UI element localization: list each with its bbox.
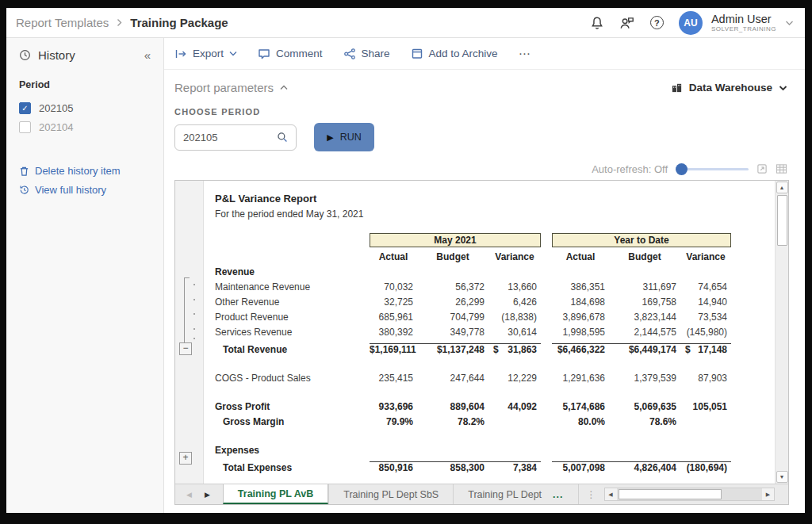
app-window: Report Templates Training Package ? — [6, 8, 805, 513]
add-to-archive-button[interactable]: Add to Archive — [411, 48, 498, 59]
delete-history-item-link[interactable]: Delete history item — [19, 165, 155, 177]
avatar[interactable]: AU — [679, 11, 703, 35]
row-value: 858,300 — [417, 462, 488, 473]
view-full-history-link[interactable]: View full history — [19, 184, 155, 196]
report-row: Gross Margin79.9%78.2%80.0%78.6% — [215, 414, 775, 429]
row-value: (145,980) — [680, 327, 731, 338]
report-row: Maintenance Revenue70,03256,37213,660386… — [215, 279, 775, 294]
column-group-header: Year to Date — [552, 233, 731, 247]
vertical-scroll-thumb[interactable] — [777, 195, 787, 246]
period-checkbox[interactable]: ✓ — [19, 102, 31, 114]
horizontal-scroll-track[interactable] — [617, 488, 762, 500]
column-header: Budget — [417, 251, 488, 262]
sheet-tabs: Training PL AvBTraining PL Dept SbSTrain… — [223, 484, 579, 504]
popout-icon[interactable] — [756, 163, 768, 174]
row-value: 56,372 — [417, 281, 488, 293]
data-source-selector[interactable]: Data Warehouse — [671, 82, 787, 94]
row-label: COGS - Product Sales — [215, 373, 370, 384]
row-label: Maintenance Revenue — [215, 281, 370, 293]
vertical-scrollbar[interactable]: ▲ ▼ — [775, 181, 788, 484]
sheet-tab[interactable]: Training PL AvB — [223, 484, 328, 504]
share-button[interactable]: Share — [343, 48, 390, 60]
user-menu[interactable]: Admin User SOLVER_TRAINING — [711, 13, 776, 33]
row-label: Total Revenue — [215, 344, 370, 355]
row-value: 169,758 — [609, 296, 680, 308]
user-name: Admin User — [711, 13, 776, 26]
report-row: Total Revenue$1,169,111$1,137,248$31,863… — [215, 342, 775, 357]
row-value: 349,778 — [417, 327, 488, 338]
scroll-up-button[interactable]: ▲ — [776, 182, 788, 193]
period-input[interactable] — [183, 132, 277, 143]
row-value: (180,694) — [680, 462, 731, 473]
row-value: 386,351 — [552, 281, 609, 293]
sheet-tab[interactable]: Training PL Dept SbS — [328, 484, 453, 504]
period-item[interactable]: ✓202105 — [19, 98, 155, 117]
tabs-drag-handle[interactable]: ⋮ — [579, 484, 604, 504]
archive-label: Add to Archive — [429, 48, 498, 59]
clock-icon — [19, 49, 31, 61]
horizontal-scrollbar[interactable]: ◀ ▶ — [604, 488, 775, 501]
column-header: Actual — [370, 251, 417, 262]
scroll-right-button[interactable]: ▶ — [762, 488, 774, 500]
report-parameters-toggle[interactable]: Report parameters — [174, 81, 288, 94]
scroll-left-button[interactable]: ◀ — [605, 488, 617, 500]
row-value: 13,660 — [488, 281, 541, 293]
horizontal-scroll-thumb[interactable] — [619, 489, 722, 499]
export-button[interactable]: Export — [174, 48, 237, 60]
report-title: P&L Variance Report — [215, 193, 775, 205]
slider-knob[interactable] — [676, 163, 688, 175]
row-value: (18,838) — [488, 312, 541, 323]
row-value: 30,614 — [488, 327, 541, 338]
row-value: 4,826,404 — [609, 462, 680, 473]
report-row: Services Revenue380,392349,77830,6141,99… — [215, 324, 775, 339]
row-label: Expenses — [215, 445, 370, 456]
scroll-down-button[interactable]: ▼ — [776, 471, 788, 483]
row-value: 7,384 — [488, 462, 541, 473]
user-menu-chevron-icon[interactable] — [785, 20, 794, 26]
row-value: $1,169,111 — [370, 344, 417, 355]
user-org: SOLVER_TRAINING — [711, 25, 776, 33]
tabs-next-button[interactable]: ▶ — [205, 491, 210, 499]
row-value: 850,916 — [370, 462, 417, 473]
tabs-prev-button[interactable]: ◀ — [186, 491, 192, 499]
sidebar-collapse-button[interactable]: « — [144, 48, 155, 62]
outline-expand-button[interactable]: + — [179, 452, 192, 465]
row-label: Other Revenue — [215, 296, 370, 308]
chevron-down-icon — [779, 85, 787, 91]
feedback-icon[interactable] — [619, 16, 635, 30]
data-source-label: Data Warehouse — [689, 82, 772, 94]
column-header: Variance — [488, 251, 541, 262]
help-icon[interactable]: ? — [650, 16, 664, 29]
period-heading: Period — [19, 79, 155, 90]
row-value: 247,644 — [417, 373, 488, 384]
row-value: 14,940 — [680, 296, 731, 308]
view-history-label: View full history — [35, 184, 106, 196]
report-row: Gross Profit933,696889,60444,0925,174,68… — [215, 399, 775, 414]
autorefresh-slider[interactable] — [676, 163, 749, 175]
search-icon[interactable] — [277, 132, 288, 143]
comment-button[interactable]: Comment — [258, 48, 323, 59]
row-value — [488, 416, 541, 427]
run-label: RUN — [340, 132, 362, 143]
period-item[interactable]: 202104 — [19, 117, 155, 136]
tab-overflow-ellipsis[interactable]: ... — [553, 489, 563, 500]
notifications-bell-icon[interactable] — [590, 16, 604, 30]
main-panel: Export Comment Share — [164, 38, 805, 513]
row-value: 74,654 — [680, 281, 731, 293]
sheet-tab[interactable]: Training PL Dept... — [453, 484, 578, 504]
run-button[interactable]: ▶ RUN — [314, 123, 374, 151]
row-value: 78.2% — [417, 416, 488, 427]
row-value: 12,229 — [488, 373, 541, 384]
period-checkbox[interactable] — [19, 121, 31, 133]
column-header: Budget — [609, 251, 680, 262]
row-value: $1,137,248 — [417, 344, 488, 355]
autorefresh-label: Auto-refresh: Off — [592, 163, 668, 175]
row-label: Gross Margin — [215, 416, 370, 427]
grid-view-icon[interactable] — [776, 163, 787, 174]
report-table: May 2021Year to DateActualBudgetVariance… — [215, 233, 775, 475]
breadcrumb-report-templates[interactable]: Report Templates — [16, 16, 109, 29]
row-value: 80.0% — [552, 416, 609, 427]
outline-collapse-button[interactable]: − — [179, 342, 192, 355]
row-value: 3,896,678 — [552, 312, 609, 323]
more-actions-button[interactable]: ⋯ — [519, 47, 531, 61]
